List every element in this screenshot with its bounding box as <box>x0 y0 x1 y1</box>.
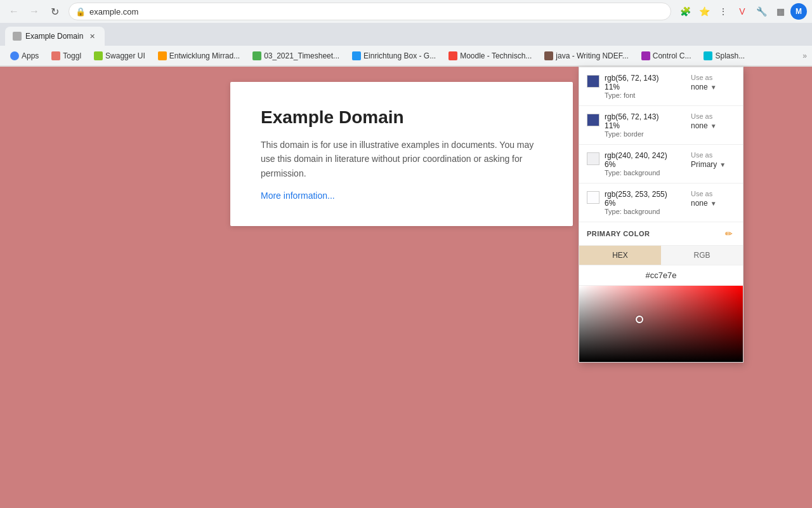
browser-chrome: ← → ↻ 🔒 example.com 🧩 ⭐ ⋮ V 🔧 ▦ M Exampl… <box>0 0 812 67</box>
bookmark-splash[interactable]: Splash... <box>698 50 750 62</box>
domain-body: This domain is for use in illustrative e… <box>261 138 542 180</box>
color-swatch-bg1 <box>587 152 599 165</box>
extensions-button[interactable]: 🧩 <box>676 3 694 20</box>
primary-color-label: PRIMARY COLOR <box>587 230 650 237</box>
use-as-font: Use as none ▼ <box>691 74 735 91</box>
color-type-font: Type: font <box>605 91 686 99</box>
bookmark-java[interactable]: java - Writing NDEF... <box>539 50 633 62</box>
color-info-font: rgb(56, 72, 143) 11% Type: font <box>605 74 686 99</box>
bookmark-einrichtung[interactable]: Einrichtung Box - G... <box>347 50 441 62</box>
color-type-bg1: Type: background <box>605 169 686 177</box>
bookmark-control[interactable]: Control C... <box>636 50 697 62</box>
lock-icon: 🔒 <box>75 7 86 17</box>
use-as-select-font[interactable]: none ▼ <box>691 83 717 91</box>
url-display: example.com <box>89 7 138 17</box>
bookmark-swagger[interactable]: Swagger UI <box>89 50 150 62</box>
chevron-down-icon-4: ▼ <box>710 200 717 207</box>
tab-favicon <box>13 32 22 41</box>
back-button[interactable]: ← <box>5 3 23 20</box>
use-as-bg1: Use as Primary ▼ <box>691 151 735 169</box>
color-value-bg1: rgb(240, 240, 242) <box>605 151 686 160</box>
domain-card: Example Domain This domain is for use in… <box>230 82 573 226</box>
reload-button[interactable]: ↻ <box>46 3 63 20</box>
color-type-border: Type: border <box>605 130 686 138</box>
star-button[interactable]: ⭐ <box>695 3 713 20</box>
hex-rgb-tabs: HEX RGB <box>579 246 743 265</box>
bookmark-favicon-toggl <box>51 51 60 60</box>
use-as-label-font: Use as <box>691 74 712 81</box>
bookmark-favicon-einrichtung <box>352 51 361 60</box>
bookmark-favicon-java <box>544 51 553 60</box>
color-info-bg1: rgb(240, 240, 242) 6% Type: background <box>605 151 686 177</box>
bookmark-favicon-moodle <box>449 51 457 60</box>
color-percent-font: 11% <box>605 83 686 91</box>
bookmark-favicon-control <box>641 51 650 60</box>
bookmark-label-control: Control C... <box>653 51 691 60</box>
active-tab[interactable]: Example Domain ✕ <box>5 27 105 46</box>
use-as-label-border: Use as <box>691 112 712 120</box>
bookmark-label-swagger: Swagger UI <box>105 51 145 60</box>
chevron-down-icon-3: ▼ <box>719 161 726 168</box>
sidebar-button[interactable]: ▦ <box>771 3 789 20</box>
bookmark-label-03: 03_2021_Timesheet... <box>264 51 339 60</box>
main-content: Example Domain This domain is for use in… <box>0 67 812 508</box>
rgb-tab[interactable]: RGB <box>661 246 743 265</box>
use-as-select-bg2[interactable]: none ▼ <box>691 199 717 208</box>
color-percent-bg1: 6% <box>605 160 686 169</box>
bookmark-label-toggl: Toggl <box>63 51 81 60</box>
color-info-bg2: rgb(253, 253, 255) 6% Type: background <box>605 190 686 215</box>
bookmark-favicon-swagger <box>94 51 103 60</box>
tabs-bar: Example Domain ✕ <box>0 23 812 46</box>
nav-bar: ← → ↻ 🔒 example.com 🧩 ⭐ ⋮ V 🔧 ▦ M <box>0 0 812 23</box>
bookmark-toggl[interactable]: Toggl <box>46 50 86 62</box>
color-entry-bg1: rgb(240, 240, 242) 6% Type: background U… <box>579 145 743 184</box>
use-as-label-bg1: Use as <box>691 151 712 159</box>
bookmark-entwicklung[interactable]: Entwicklung Mirrad... <box>153 50 245 62</box>
bookmark-moodle[interactable]: Moodle - Technisch... <box>443 50 537 62</box>
color-gradient-picker[interactable] <box>579 286 743 362</box>
bookmarks-more[interactable]: » <box>802 51 807 60</box>
profile-button[interactable]: M <box>790 3 807 20</box>
vivaldi-button[interactable]: V <box>733 3 751 20</box>
use-as-bg2: Use as none ▼ <box>691 190 735 208</box>
bookmark-label-moodle: Moodle - Technisch... <box>460 51 532 60</box>
color-value-border: rgb(56, 72, 143) <box>605 112 686 121</box>
bookmark-favicon-apps <box>10 51 19 60</box>
bookmark-favicon-entwicklung <box>158 51 167 60</box>
bookmark-label-splash: Splash... <box>715 51 745 60</box>
bookmark-label-java: java - Writing NDEF... <box>556 51 628 60</box>
color-info-border: rgb(56, 72, 143) 11% Type: border <box>605 112 686 138</box>
color-swatch-bg2 <box>587 191 599 204</box>
domain-title: Example Domain <box>261 107 542 128</box>
primary-color-section: PRIMARY COLOR ✏ <box>579 222 743 246</box>
color-value-font: rgb(56, 72, 143) <box>605 74 686 83</box>
forward-button[interactable]: → <box>25 3 43 20</box>
bookmark-label-apps: Apps <box>22 51 39 60</box>
extensions2-button[interactable]: 🔧 <box>752 3 770 20</box>
hex-tab[interactable]: HEX <box>579 246 661 265</box>
chevron-down-icon-2: ▼ <box>710 123 717 130</box>
gradient-black-overlay <box>579 286 743 362</box>
color-percent-border: 11% <box>605 121 686 130</box>
more-info-link[interactable]: More information... <box>261 190 542 201</box>
address-bar[interactable]: 🔒 example.com <box>69 3 671 20</box>
more-button[interactable]: ⋮ <box>714 3 732 20</box>
color-entry-font: rgb(56, 72, 143) 11% Type: font Use as n… <box>579 67 743 106</box>
bookmark-label-entwicklung: Entwicklung Mirrad... <box>169 51 240 60</box>
color-entry-bg2: rgb(253, 253, 255) 6% Type: background U… <box>579 184 743 222</box>
use-as-select-bg1[interactable]: Primary ▼ <box>691 160 726 169</box>
color-panel: rgb(56, 72, 143) 11% Type: font Use as n… <box>579 67 743 363</box>
hex-value-display: #cc7e7e <box>579 265 743 286</box>
tab-close-button[interactable]: ✕ <box>87 31 97 41</box>
use-as-select-border[interactable]: none ▼ <box>691 121 717 130</box>
chevron-down-icon: ▼ <box>710 84 717 91</box>
bookmark-favicon-03 <box>252 51 261 60</box>
color-swatch-border <box>587 114 599 126</box>
color-panel-scroll[interactable]: rgb(56, 72, 143) 11% Type: font Use as n… <box>579 67 743 362</box>
bookmark-03[interactable]: 03_2021_Timesheet... <box>247 50 344 62</box>
bookmark-apps[interactable]: Apps <box>5 50 44 62</box>
edit-color-button[interactable]: ✏ <box>723 227 735 240</box>
color-percent-bg2: 6% <box>605 199 686 208</box>
tab-title: Example Domain <box>25 32 83 41</box>
bookmark-label-einrichtung: Einrichtung Box - G... <box>363 51 436 60</box>
